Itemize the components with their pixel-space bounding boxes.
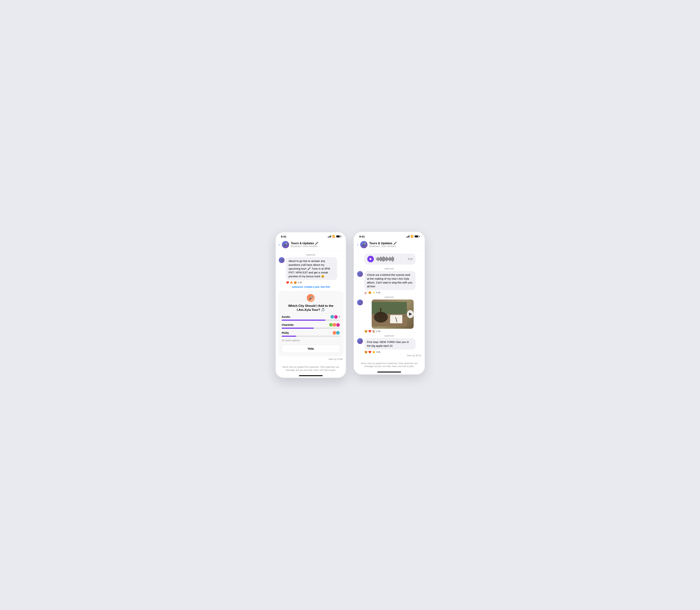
reaction-clap: 👏 [372, 351, 375, 354]
chat-body-right[interactable]: 0:12 xylamusic 🎵 Check out a behind the … [354, 251, 424, 360]
voter-av-2 [334, 315, 338, 319]
footer-text-right: Never miss an update from xylamusic. Onl… [354, 360, 424, 372]
signal-bars-right [406, 235, 410, 238]
back-button-right[interactable]: ‹ [357, 242, 359, 247]
poll-option-philly-header: Philly [282, 331, 340, 335]
phone-left: 9:41 📶 ‹ 🎤 Tours & Updates 🎤 Broa [275, 232, 346, 378]
signal-bar-r2 [407, 237, 407, 238]
status-bar-right: 9:41 📶 [354, 232, 424, 240]
audio-play-button[interactable] [367, 256, 374, 262]
poll-voters-philly [333, 331, 340, 335]
message-row-1: 🎵 About to go live to answer any questio… [276, 257, 346, 280]
status-time-right: 9:41 [359, 235, 365, 238]
wave-10 [384, 257, 385, 261]
reaction-count-r2: 2.4k [376, 330, 381, 333]
wave-3 [378, 257, 379, 261]
signal-bar-1 [328, 237, 328, 238]
sender-label-r1: xylamusic [354, 268, 424, 270]
wave-6 [381, 256, 381, 261]
reaction-fire: 🔥 [290, 281, 293, 284]
video-scene-svg [372, 300, 407, 329]
channel-title-left: Tours & Updates 🎤 [291, 242, 343, 245]
channel-subtitle-left: Broadcast • 102K members [291, 245, 343, 247]
status-bar-left: 9:41 📶 [276, 232, 346, 240]
voter-av-7 [336, 331, 340, 335]
poll-voters-charlotte [329, 323, 340, 327]
status-icons-left: 📶 [328, 235, 341, 238]
poll-option-charlotte[interactable]: Charlotte [282, 323, 340, 329]
back-button-left[interactable]: ‹ [279, 242, 280, 247]
wave-15 [389, 257, 389, 261]
video-play-button[interactable] [407, 310, 414, 318]
sender-label-r2: xylamusic [354, 296, 424, 299]
chat-header-left: ‹ 🎤 Tours & Updates 🎤 Broadcast • 102K m… [276, 240, 346, 251]
see-poll-link[interactable]: See Poll [320, 286, 330, 288]
wave-11 [385, 258, 386, 260]
reactions-1[interactable]: ❤️ 🔥 😍 4.4k [283, 281, 346, 284]
signal-bar-3 [330, 236, 330, 238]
status-time-left: 9:41 [281, 235, 286, 238]
poll-voters-austin: 5 [330, 315, 340, 319]
seen-label-left: Seen by 23.8K [276, 357, 346, 362]
reaction-heart: ❤️ [286, 281, 289, 284]
wave-12 [386, 257, 387, 261]
header-info-left: Tours & Updates 🎤 Broadcast • 102K membe… [291, 242, 343, 247]
poll-bar-fill-charlotte [282, 327, 314, 329]
poll-creator-avatar: 🎤 [307, 294, 315, 302]
wave-5 [380, 257, 380, 261]
poll-option-charlotte-label: Charlotte [282, 323, 294, 326]
poll-notification-text: xylamusic created a poll. [292, 286, 320, 288]
home-indicator-right [377, 372, 401, 372]
reaction-heart-2: ❤️ [368, 330, 371, 333]
more-options-text: 10 more options [282, 339, 340, 342]
status-icons-right: 📶 [406, 235, 419, 238]
signal-bar-4 [331, 235, 331, 238]
reactions-r3[interactable]: 😍 ❤️ 👏 3.8k [362, 351, 424, 354]
poll-notification: xylamusic created a poll. See Poll [276, 284, 346, 290]
reactions-r1[interactable]: 🎸 🤩 ✨ 4.4k [362, 291, 424, 294]
reaction-count-1: 4.4k [298, 281, 302, 284]
signal-bar-r1 [406, 237, 407, 238]
wave-4 [379, 258, 379, 260]
wave-9 [383, 256, 384, 262]
reaction-guitar: 🎸 [364, 291, 367, 294]
channel-subtitle-right: Broadcast • 102K members [369, 245, 421, 247]
sender-label-1: xylamusic [276, 254, 346, 256]
reaction-starstruck-2: 🤩 [364, 330, 367, 333]
footer-text-left: Never miss an update from xylamusic. Onl… [276, 364, 346, 375]
channel-title-right: Tours & Updates 🎤 [369, 242, 421, 245]
phone-right: 9:41 📶 ‹ 🎤 Tours & Updates 🎤 Broa [354, 232, 425, 375]
message-bubble-1: About to go live to answer any questions… [286, 257, 337, 280]
poll-option-philly[interactable]: Philly [282, 331, 340, 337]
poll-option-austin-label: Austin [282, 315, 290, 318]
wave-13 [387, 257, 387, 261]
wave-19 [393, 256, 393, 262]
poll-bar-fill-austin [282, 320, 326, 321]
message-bubble-r1: Check out a behind the scenes look at th… [364, 271, 415, 290]
wifi-icon-right: 📶 [411, 235, 414, 238]
wave-16 [390, 257, 390, 261]
reaction-monkey: 🐒 [372, 330, 375, 333]
voter-av-5 [336, 323, 340, 327]
reaction-star-eyes: 😍 [294, 281, 297, 284]
poll-question: Which City Should I Add to the I.Am.Xyla… [282, 304, 340, 312]
home-indicator-left [299, 375, 323, 376]
poll-option-charlotte-header: Charlotte [282, 323, 340, 327]
poll-bar-bg-charlotte [282, 327, 340, 329]
signal-bar-r3 [408, 236, 409, 238]
header-info-right: Tours & Updates 🎤 Broadcast • 102K membe… [369, 242, 421, 247]
reaction-heart-3: ❤️ [368, 351, 371, 354]
wave-8 [382, 257, 383, 261]
reaction-count-r3: 3.8k [376, 351, 381, 353]
poll-option-austin[interactable]: Austin 5 [282, 315, 340, 321]
reactions-r2[interactable]: 🤩 ❤️ 🐒 2.4k [362, 330, 424, 333]
battery-fill-left [336, 236, 339, 237]
wave-14 [388, 258, 388, 260]
audio-message[interactable]: 0:12 [364, 254, 415, 264]
chat-body-left[interactable]: xylamusic 🎵 About to go live to answer a… [276, 251, 346, 364]
video-thumbnail[interactable] [372, 300, 414, 329]
wave-18 [391, 257, 392, 261]
audio-message-container: 0:12 [354, 253, 424, 266]
vote-button[interactable]: Vote [282, 345, 340, 353]
poll-bar-bg-austin [282, 320, 340, 321]
